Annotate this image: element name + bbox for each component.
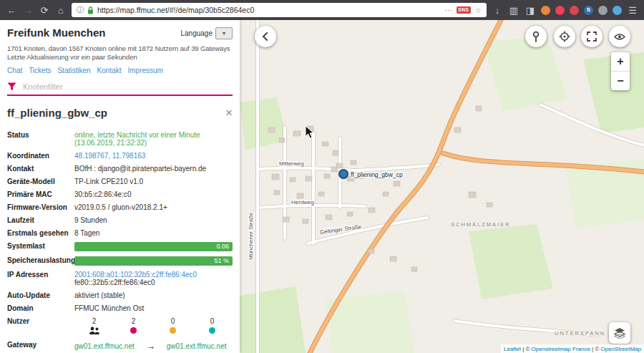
nav-links: Chat Tickets Statistiken Kontakt Impress… [7,67,233,74]
map-layers-button[interactable] [609,322,630,344]
node-detail-table: Status online, letzte Nachricht vor eine… [7,128,233,353]
link-tickets[interactable]: Tickets [29,67,51,74]
extension-pocket-icon[interactable] [555,6,565,15]
eye-icon [614,33,625,41]
url-bar[interactable]: ⓘ https://map.ffmuc.net/#!/de/map/30b5c2… [72,3,487,17]
language-label: Language [181,29,213,37]
lock-icon [87,6,94,14]
clients-row: 2 2 0 0 [74,317,233,336]
zoom-out-button[interactable]: − [611,71,630,90]
row-erstmals: Erstmals gesehen 8 Tagen [7,226,233,239]
leaflet-link[interactable]: Leaflet [504,346,521,352]
link-impressum[interactable]: Impressum [128,67,163,74]
ip-global-link[interactable]: 2001:608:a01:102:32b5:c2ff:fe86:4ec0 [74,271,197,279]
street-label: Münchener Straße [248,212,254,260]
page-actions-icon[interactable]: ⋯ [445,6,453,15]
row-nutzer: Nutzer 2 2 0 [7,314,233,338]
browser-toolbar: ← → ⟳ ⌂ ⓘ https://map.ffmuc.net/#!/de/ma… [0,0,644,20]
map-canvas[interactable]: Mitterweg Herdweg Münchener Straße Gelti… [240,20,644,353]
load-bar: 0.06 [74,242,233,251]
autoupdate-value: aktiviert (stable) [74,291,233,299]
map-fullscreen-button[interactable] [581,26,602,47]
row-mac: Primäre MAC 30:b5:c2:86:4e:c0 [7,188,233,200]
language-select[interactable]: ▾ [215,27,233,39]
last-update-line: Letzte Aktualisierung vor ein paar Sekun… [7,53,233,61]
firstseen-value: 8 Tagen [74,229,233,237]
dns-badge[interactable]: DNS [457,6,472,14]
row-speicher: Speicherauslastung 51 % [7,253,233,268]
street-label: Herdweg [291,199,314,205]
reload-icon[interactable]: ⟳ [39,5,50,16]
extension-s-icon[interactable]: S [584,6,593,15]
row-koordinaten: Koordinaten 48.198767, 11.798163 [7,149,233,162]
firmware-value: v2019.0.5 / gluon-v2018.2.1+ [74,203,233,211]
sidebar-toggle-icon[interactable]: ◨ [525,5,536,16]
mouse-cursor [305,125,314,139]
node-stats-line: 1701 Knoten, davon 1567 Knoten online mi… [7,44,233,52]
gateway-hop-link[interactable]: gw01.ext.ffmuc.net [74,342,135,350]
row-laufzeit: Laufzeit 9 Stunden [7,213,233,226]
map-back-button[interactable] [255,26,276,47]
map-nightmode-button[interactable] [609,26,630,47]
extension-blue-icon[interactable] [613,6,622,15]
menu-icon[interactable]: ☰ [627,5,638,16]
map-tiles: Mitterweg Herdweg Münchener Straße Gelti… [240,20,644,353]
contact-value: BOfH : django@it.piratenpartei-bayern.de [74,165,233,173]
row-firmware: Firmware-Version v2019.0.5 / gluon-v2018… [7,200,233,213]
ip-local-value: fe80::32b5:c2ff:fe86:4ec0 [74,279,233,286]
row-modell: Geräte-Modell TP-Link CPE210 v1.0 [7,175,233,188]
map-locate-button[interactable] [554,26,575,47]
link-kontakt[interactable]: Kontakt [97,67,122,74]
app-title: Freifunk Muenchen [7,26,106,39]
fullscreen-icon [587,32,597,42]
close-icon[interactable]: × [225,107,233,119]
bookmark-star-icon[interactable]: ☆ [474,6,482,15]
url-text[interactable]: https://map.ffmuc.net/#!/de/map/30b5c286… [97,6,441,14]
site-info-icon[interactable]: ⓘ [77,5,84,15]
uptime-value: 9 Stunden [74,216,233,224]
layers-icon [614,327,625,339]
link-chat[interactable]: Chat [7,67,22,74]
coordinates-link[interactable]: 48.198767, 11.798163 [74,152,145,160]
map-attribution: Leaflet | © Openstreetmap France | © Ope… [501,344,644,353]
link-statistiken[interactable]: Statistiken [57,67,90,74]
zoom-control: + − [611,52,630,90]
forward-icon[interactable]: → [22,5,34,16]
library-icon[interactable]: ▥ [508,5,519,16]
node-marker-label: ff_pliening_gbw_cp [351,171,403,178]
row-gateway: Gateway gw01.ext.ffmuc.net → gw01.ext.ff… [7,338,233,353]
row-status: Status online, letzte Nachricht vor eine… [7,128,233,149]
sidebar-panel: Freifunk Muenchen Language ▾ 1701 Knoten… [0,20,240,353]
map-pin-button[interactable] [525,26,547,47]
clients-icon [89,327,100,334]
place-label: UNTERSPANN [555,330,605,337]
memory-bar: 51 % [74,256,233,266]
status-value: online, letzte Nachricht vor einer Minut… [74,131,233,147]
clients-other-dot [209,327,215,334]
filter-funnel-icon [7,82,16,91]
back-icon[interactable]: ← [6,5,17,16]
zoom-in-button[interactable]: + [611,52,630,71]
row-systemlast: Systemlast 0.06 [7,239,233,253]
row-ip: IP Adressen 2001:608:a01:102:32b5:c2ff:f… [7,268,233,289]
row-kontakt: Kontakt BOfH : django@it.piratenpartei-b… [7,162,233,175]
gateway-arrow-icon: → [146,341,155,352]
place-label: SCHMALZMAIER [451,221,511,228]
home-icon[interactable]: ⌂ [55,5,67,16]
download-icon[interactable]: ↓ [492,5,503,16]
gateway-target-link[interactable]: gw01.ext.ffmuc.net [167,342,227,350]
osmfr-link[interactable]: Openstreetmap France [532,346,590,352]
extension-red-icon[interactable] [570,6,579,15]
mac-value: 30:b5:c2:86:4e:c0 [74,190,233,198]
node-marker[interactable] [339,170,348,178]
node-filter-input[interactable] [21,82,233,92]
extension-orange-icon[interactable] [541,6,550,15]
target-icon [559,31,570,42]
node-title: ff_pliening_gbw_cp [7,107,107,119]
extension-gray-icon[interactable] [598,6,608,15]
osm-link[interactable]: OpenStreetMap [601,346,641,352]
model-value: TP-Link CPE210 v1.0 [74,178,233,185]
chevron-left-icon [261,32,270,41]
street-label: Mitterweg [279,160,304,167]
row-autoupdate: Auto-Update aktiviert (stable) [7,289,233,301]
